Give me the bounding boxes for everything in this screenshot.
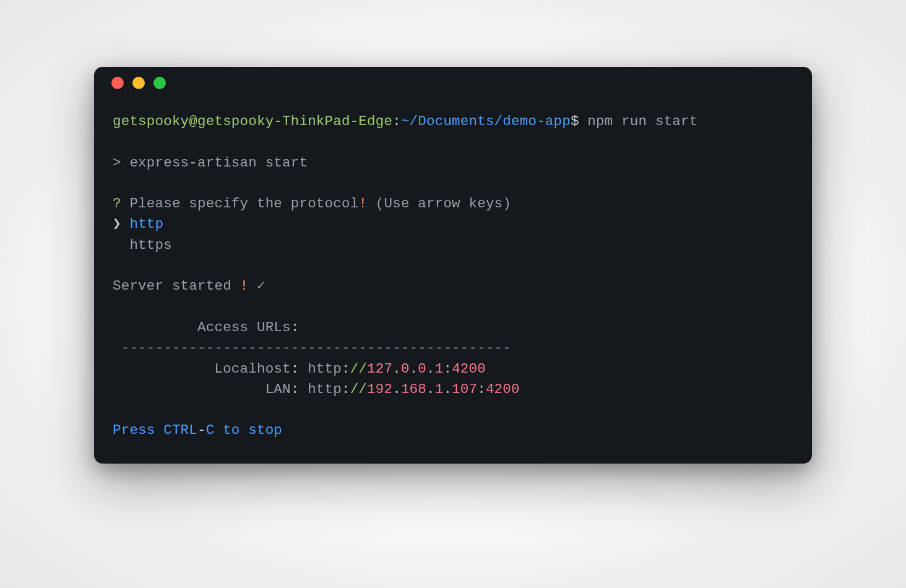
prompt-path: ~/Documents/demo-app bbox=[401, 113, 571, 129]
option-selected[interactable]: http bbox=[129, 216, 163, 232]
script-text-1: express bbox=[129, 155, 189, 171]
terminal-window: getspooky@getspooky-ThinkPad-Edge:~/Docu… bbox=[94, 67, 812, 464]
localhost-dot3: . bbox=[426, 361, 435, 377]
localhost-colon3: : bbox=[443, 361, 452, 377]
script-text-2: artisan start bbox=[197, 155, 308, 171]
footer-dash: - bbox=[197, 422, 206, 438]
prompt-user-host: getspooky@getspooky-ThinkPad-Edge bbox=[113, 113, 392, 129]
lan-oct3: 1 bbox=[435, 381, 444, 397]
command-text: npm run start bbox=[587, 113, 697, 129]
question-text: Please specify the protocol bbox=[129, 196, 358, 212]
question-hint: (Use arrow keys) bbox=[367, 196, 511, 212]
script-dash: - bbox=[189, 155, 197, 171]
lan-oct2: 168 bbox=[401, 381, 426, 397]
close-icon[interactable] bbox=[111, 77, 124, 89]
lan-oct4: 107 bbox=[452, 381, 477, 397]
lan-oct1: 192 bbox=[367, 381, 392, 397]
lan-indent bbox=[113, 381, 265, 397]
terminal-output[interactable]: getspooky@getspooky-ThinkPad-Edge:~/Docu… bbox=[94, 99, 812, 464]
prompt-colon: : bbox=[392, 113, 401, 129]
access-header: Access URLs bbox=[197, 319, 291, 335]
localhost-oct4: 1 bbox=[435, 361, 444, 377]
lan-dot3: . bbox=[443, 381, 452, 397]
localhost-label: Localhost bbox=[214, 361, 290, 377]
lan-label: LAN bbox=[265, 381, 291, 397]
lan-space bbox=[299, 381, 308, 397]
window-titlebar bbox=[94, 67, 812, 99]
option-other[interactable]: https bbox=[129, 237, 172, 253]
script-prefix: > bbox=[113, 155, 129, 171]
option-indent bbox=[113, 237, 129, 253]
access-header-colon: : bbox=[291, 319, 300, 335]
maximize-icon[interactable] bbox=[153, 77, 166, 89]
question-mark-icon: ? bbox=[113, 196, 129, 212]
server-bang: ! bbox=[240, 278, 249, 294]
lan-dot1: . bbox=[392, 381, 401, 397]
lan-scheme: http bbox=[308, 381, 342, 397]
access-header-indent bbox=[113, 319, 197, 335]
lan-dot2: . bbox=[426, 381, 435, 397]
lan-slashes: // bbox=[350, 381, 367, 397]
localhost-dot1: . bbox=[392, 361, 401, 377]
divider-line: ----------------------------------------… bbox=[113, 340, 511, 356]
localhost-colon: : bbox=[291, 361, 300, 377]
localhost-port: 4200 bbox=[452, 361, 486, 377]
localhost-indent bbox=[113, 361, 214, 377]
check-icon: ✓ bbox=[248, 278, 265, 294]
minimize-icon[interactable] bbox=[132, 77, 145, 89]
lan-colon2: : bbox=[342, 381, 350, 397]
localhost-colon2: : bbox=[342, 361, 350, 377]
localhost-scheme: http bbox=[308, 361, 342, 377]
pointer-icon: ❯ bbox=[113, 216, 129, 232]
lan-colon3: : bbox=[477, 381, 486, 397]
localhost-oct1: 127 bbox=[367, 361, 392, 377]
localhost-slashes: // bbox=[350, 361, 367, 377]
footer-text-1: Press CTRL bbox=[113, 422, 197, 438]
footer-text-2: C to stop bbox=[206, 422, 282, 438]
localhost-dot2: . bbox=[410, 361, 418, 377]
localhost-oct3: 0 bbox=[418, 361, 426, 377]
lan-port: 4200 bbox=[486, 381, 520, 397]
prompt-dollar: $ bbox=[571, 113, 587, 129]
question-bang: ! bbox=[358, 196, 367, 212]
localhost-space bbox=[299, 361, 308, 377]
lan-colon: : bbox=[291, 381, 300, 397]
server-started-text: Server started bbox=[113, 278, 240, 294]
localhost-oct2: 0 bbox=[401, 361, 410, 377]
